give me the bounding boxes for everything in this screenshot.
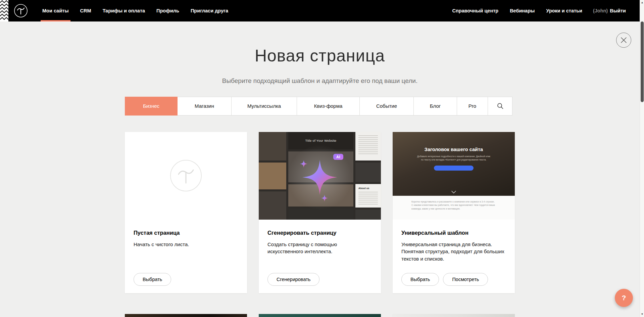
preview-hero-section: Заголовок вашего сайта Добавьте интересн…: [393, 132, 515, 196]
ai-badge: AI: [333, 154, 343, 160]
card-actions: Сгенерировать: [267, 273, 372, 286]
chevron-down-icon: [451, 191, 456, 193]
tab-label: Pro: [468, 103, 476, 109]
tilda-watermark-icon: [169, 159, 203, 192]
nav-item-lessons[interactable]: Уроки и статьи: [540, 8, 588, 13]
template-card-partial[interactable]: [259, 314, 381, 317]
tab-quiz-form[interactable]: Квиз-форма: [297, 97, 360, 116]
tab-label: Магазин: [195, 103, 214, 109]
choose-button[interactable]: Выбрать: [401, 273, 439, 286]
logout-label: Выйти: [610, 8, 626, 13]
generate-button[interactable]: Сгенерировать: [267, 273, 319, 286]
search-icon: [497, 103, 503, 109]
page-title: Новая страница: [125, 46, 515, 66]
template-card-partial[interactable]: [393, 314, 515, 317]
tab-store[interactable]: Магазин: [177, 97, 232, 116]
new-page-modal: Новая страница Выберите подходящий шабло…: [0, 21, 640, 317]
close-icon: [621, 37, 627, 43]
nav-item-label: CRM: [80, 8, 91, 13]
tab-label: Мультиссылка: [247, 103, 281, 109]
preview-about-label: About us: [358, 187, 378, 190]
tab-search[interactable]: [488, 97, 512, 116]
nav-item-label: Уроки и статьи: [546, 8, 582, 13]
nav-item-profile[interactable]: Профиль: [151, 0, 185, 21]
collage-text-card: [355, 132, 381, 161]
card-title: Пустая страница: [134, 230, 238, 236]
scroll-up-icon[interactable]: ▲: [640, 0, 644, 5]
user-name: (John): [593, 8, 608, 13]
nav-item-webinars[interactable]: Вебинары: [504, 8, 540, 13]
help-button-label: ?: [622, 294, 626, 302]
tab-event[interactable]: Событие: [359, 97, 414, 116]
ai-generate-preview: Title of Your Website About us: [259, 132, 381, 220]
universal-template-preview: Заголовок вашего сайта Добавьте интересн…: [393, 132, 515, 220]
card-actions: Выбрать Посмотреть: [401, 273, 506, 286]
tab-label: Блог: [430, 103, 441, 109]
collage-about-card: About us: [355, 184, 381, 208]
nav-item-label: Профиль: [156, 8, 179, 13]
tab-label: Событие: [376, 103, 397, 109]
card-body: Сгенерировать страницу Создать страницу …: [259, 220, 381, 293]
nav-item-crm[interactable]: CRM: [75, 0, 97, 21]
template-preview-partial: [125, 314, 247, 317]
preview-body-text: Коротко представьтесь и расскажите о ком…: [411, 200, 496, 220]
preview-cta-button: [434, 166, 474, 171]
nav-item-label: Вебинары: [510, 8, 535, 13]
template-card-universal[interactable]: Заголовок вашего сайта Добавьте интересн…: [393, 132, 515, 293]
card-description: Универсальная страница для бизнеса. Поня…: [401, 241, 506, 263]
card-description: Создать страницу с помощью искусственног…: [267, 241, 372, 256]
navbar-secondary-menu: Справочный центр Вебинары Уроки и статьи…: [447, 0, 631, 21]
close-button[interactable]: [616, 33, 631, 48]
nav-item-help-center[interactable]: Справочный центр: [447, 8, 504, 13]
tab-label: Квиз-форма: [314, 103, 343, 109]
nav-item-label: Тарифы и оплата: [103, 8, 145, 13]
card-body: Универсальный шаблон Универсальная стран…: [393, 220, 515, 293]
nav-item-logout[interactable]: (John) Выйти: [588, 8, 631, 13]
card-actions: Выбрать: [134, 273, 238, 286]
blank-template-preview: [125, 132, 247, 220]
tab-blog[interactable]: Блог: [413, 97, 457, 116]
nav-item-pricing[interactable]: Тарифы и оплата: [97, 0, 151, 21]
help-button[interactable]: ?: [615, 289, 633, 307]
preview-body-section: Коротко представьтесь и расскажите о ком…: [393, 196, 515, 220]
preview-hero-subtitle: Добавьте интересные подробности о вашей …: [416, 155, 492, 162]
collage-tile: [355, 210, 381, 220]
nav-item-my-sites[interactable]: Мои сайты: [37, 0, 75, 21]
tab-business[interactable]: Бизнес: [125, 97, 178, 116]
choose-button[interactable]: Выбрать: [134, 273, 171, 286]
text-lines-placeholder: [358, 135, 378, 155]
template-card-ai-generate[interactable]: Title of Your Website About us: [259, 132, 381, 293]
nav-item-label: Мои сайты: [42, 8, 69, 13]
tab-label: Бизнес: [143, 103, 159, 109]
tilda-logo-icon: [14, 4, 28, 18]
template-card-blank[interactable]: Пустая страница Начать с чистого листа. …: [125, 132, 247, 293]
collage-tile: [259, 132, 286, 161]
nav-item-invite-friend[interactable]: Пригласи друга: [185, 0, 234, 21]
top-navbar: Мои сайты CRM Тарифы и оплата Профиль Пр…: [0, 0, 640, 21]
text-lines-placeholder: [358, 192, 378, 205]
collage-tile: [259, 163, 286, 189]
tab-pro[interactable]: Pro: [457, 97, 488, 116]
page-scrollbar[interactable]: ▲ ▼: [640, 0, 644, 317]
template-category-tabs: Бизнес Магазин Мультиссылка Квиз-форма С…: [125, 97, 515, 116]
tab-multilink[interactable]: Мультиссылка: [231, 97, 297, 116]
scrollbar-thumb[interactable]: [641, 21, 644, 102]
collage-tile: [259, 191, 286, 220]
template-preview-partial: [393, 314, 515, 317]
scroll-down-icon[interactable]: ▼: [640, 312, 644, 317]
template-card-partial[interactable]: [125, 314, 247, 317]
preview-button[interactable]: Посмотреть: [443, 273, 488, 286]
zigzag-decoration: [0, 0, 8, 21]
card-title: Сгенерировать страницу: [267, 230, 372, 236]
card-description: Начать с чистого листа.: [134, 241, 238, 248]
tilda-logo[interactable]: [14, 4, 28, 18]
collage-tile: [355, 163, 381, 182]
card-body: Пустая страница Начать с чистого листа. …: [125, 220, 247, 293]
nav-item-label: Пригласи друга: [191, 8, 228, 13]
navbar-main-menu: Мои сайты CRM Тарифы и оплата Профиль Пр…: [37, 0, 234, 21]
card-title: Универсальный шаблон: [401, 230, 506, 236]
preview-hero-title: Заголовок вашего сайта: [425, 147, 483, 152]
template-preview-partial: [259, 314, 381, 317]
page-subtitle: Выберите подходящий шаблон и адаптируйте…: [125, 77, 515, 85]
nav-item-label: Справочный центр: [452, 8, 499, 13]
